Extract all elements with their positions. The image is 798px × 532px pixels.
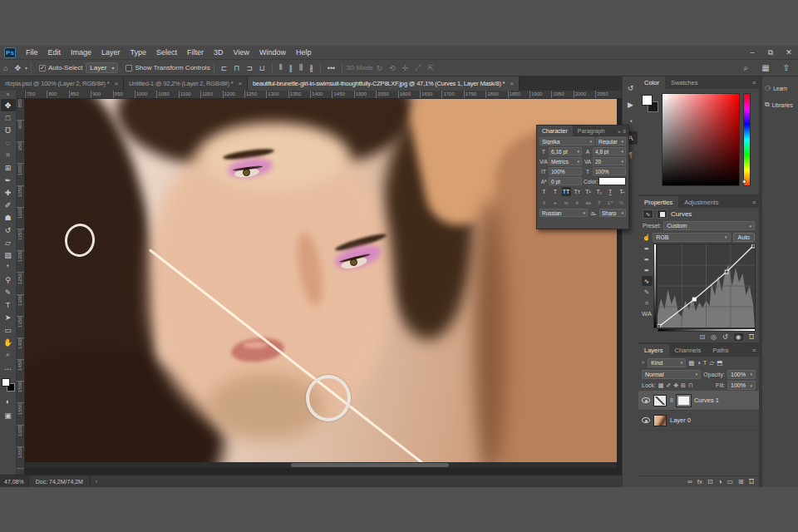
font-family-dropdown[interactable]: Signika xyxy=(539,137,594,145)
color-swatch-pair[interactable] xyxy=(2,378,15,392)
panel-menu-icon[interactable]: ≡ xyxy=(752,347,759,353)
fill-dropdown[interactable]: 100% xyxy=(727,381,756,390)
window-control-restore[interactable]: ⧉ xyxy=(761,46,780,60)
foreground-background-swatches[interactable] xyxy=(642,93,658,113)
layers-footer-new-layer[interactable]: ⊞ xyxy=(738,478,744,485)
layer-mask-thumbnail[interactable] xyxy=(677,395,691,406)
align-align-center-h[interactable]: ⊓ xyxy=(230,64,243,72)
tool-eyedropper-tool[interactable]: ✒ xyxy=(1,174,16,186)
targeted-adjustment-icon[interactable]: ☝ xyxy=(643,234,650,241)
show-transform-checkbox[interactable] xyxy=(126,65,132,71)
style-subscript[interactable]: T₁ xyxy=(594,187,603,196)
curve-white-point-eyedropper[interactable]: ✒ xyxy=(642,265,653,275)
tool-history-brush-tool[interactable]: ↺ xyxy=(1,224,16,236)
home-icon[interactable]: ⌂ xyxy=(0,64,11,72)
props-footer-reset[interactable]: ↺ xyxy=(722,333,728,341)
scrollbar-thumb[interactable] xyxy=(291,463,449,467)
curve-black-point-eyedropper[interactable]: ✒ xyxy=(642,244,653,254)
dock-actions[interactable]: ▶ xyxy=(624,98,638,111)
props-footer-delete-adjustment[interactable]: ⊔ xyxy=(749,334,754,340)
channel-dropdown[interactable]: RGB xyxy=(653,233,730,242)
curves-thumbnail[interactable] xyxy=(653,395,667,406)
layers-filter-pixel-layers[interactable]: ▦ xyxy=(688,359,694,367)
workspace-switcher-icon[interactable]: ▦ xyxy=(758,63,772,72)
panel-menu-icon[interactable]: ≡ xyxy=(623,129,626,134)
panel-tab[interactable]: Color xyxy=(638,76,665,89)
layers-footer-new-group[interactable]: ▭ xyxy=(727,478,733,485)
style-faux-italic[interactable]: T xyxy=(550,187,559,196)
ruler-origin[interactable] xyxy=(17,91,25,99)
tool-eraser-tool[interactable]: ▱ xyxy=(1,236,16,249)
panel-menu-icon[interactable]: ≡ xyxy=(752,200,759,205)
distribute-distribute-top[interactable]: ⫴ xyxy=(276,63,286,72)
layers-filter-shape-layers[interactable]: ▱ xyxy=(709,359,714,367)
menu-item[interactable]: Type xyxy=(126,46,152,60)
style-underline[interactable]: T̲ xyxy=(606,187,615,196)
menu-item[interactable]: 3D xyxy=(209,46,229,60)
share-icon[interactable]: ⇪ xyxy=(780,63,793,72)
panel-tab[interactable]: Character xyxy=(537,126,573,136)
close-tab-icon[interactable]: × xyxy=(115,80,118,87)
menu-item[interactable]: View xyxy=(229,46,254,60)
panel-tab[interactable]: Properties xyxy=(638,196,678,208)
style-strikethrough[interactable]: T̶ xyxy=(617,187,626,196)
document-canvas[interactable] xyxy=(25,99,617,468)
tracking-field[interactable]: 20 xyxy=(593,157,626,165)
search-icon[interactable]: ⌕ xyxy=(741,63,752,73)
horizontal-scrollbar[interactable] xyxy=(25,462,617,468)
filter-kind-dropdown[interactable]: Kind xyxy=(648,358,686,367)
tool-type-tool[interactable]: T xyxy=(1,298,16,311)
move-tool-preset-icon[interactable]: ✥ xyxy=(11,64,24,72)
lock-lock-transparent[interactable]: ▩ xyxy=(658,382,664,389)
tool-blur-tool[interactable]: ❜ xyxy=(1,261,16,273)
tool-healing-brush-tool[interactable]: ✚ xyxy=(1,186,16,199)
align-align-right[interactable]: ⊐ xyxy=(243,64,256,72)
opentype-contextual-alternates[interactable]: ə xyxy=(550,198,559,207)
screen-mode-icon[interactable]: ▣ xyxy=(1,409,16,421)
tool-dodge-tool[interactable]: ⚲ xyxy=(1,273,16,286)
layers-filter-type-layers[interactable]: T xyxy=(703,359,707,367)
baseline-shift-field[interactable]: 0 pt xyxy=(549,177,582,185)
quick-mask-icon[interactable]: ◐ xyxy=(1,395,16,407)
menu-item[interactable]: Edit xyxy=(43,46,66,60)
menu-item[interactable]: Help xyxy=(291,46,317,60)
curve-curve-point-tool[interactable]: ∿ xyxy=(642,276,653,286)
style-superscript[interactable]: T¹ xyxy=(584,187,593,196)
rail-libraries[interactable]: ⧉ Libraries xyxy=(762,99,796,111)
panel-tab[interactable]: Paragraph xyxy=(573,126,610,136)
auto-button[interactable]: Auto xyxy=(733,233,755,242)
layer-name[interactable]: Curves 1 xyxy=(694,397,719,404)
layers-filter-adjustment-layers[interactable]: ◑ xyxy=(697,359,701,367)
preset-dropdown[interactable]: Custom xyxy=(663,221,755,230)
curve-gray-point-eyedropper[interactable]: ✒ xyxy=(642,254,653,264)
language-dropdown[interactable]: Russian xyxy=(539,209,588,217)
opentype-standard-ligatures[interactable]: fi xyxy=(539,198,549,207)
curve-smooth-curve[interactable]: ≈ xyxy=(642,298,653,308)
layer-name[interactable]: Layer 0 xyxy=(670,416,691,424)
foreground-color-swatch[interactable] xyxy=(2,378,10,387)
hue-slider[interactable] xyxy=(743,93,751,186)
layer-row-curves-1[interactable]: 8Curves 1 xyxy=(638,391,759,411)
tool-object-selection-tool[interactable]: ◌ xyxy=(1,136,16,149)
auto-select-target-dropdown[interactable]: Layer xyxy=(86,62,118,73)
panel-tab[interactable]: Paths xyxy=(707,344,734,357)
color-picker-marker[interactable] xyxy=(664,96,668,100)
layers-filter-smart-objects[interactable]: ⬒ xyxy=(717,359,722,367)
zoom-level-field[interactable]: 47,08% xyxy=(0,475,29,487)
visibility-eye-icon[interactable] xyxy=(642,397,650,403)
opentype-ordinals[interactable]: 1ˢᵗ xyxy=(606,198,615,207)
menu-item[interactable]: Layer xyxy=(96,46,126,60)
close-tab-icon[interactable]: × xyxy=(510,80,513,87)
menu-item[interactable]: Window xyxy=(254,46,291,60)
tool-frame-tool[interactable]: ⊞ xyxy=(1,161,16,174)
close-tab-icon[interactable]: × xyxy=(238,80,241,87)
panel-tab[interactable]: Swatches xyxy=(665,76,704,89)
auto-select-checkbox[interactable] xyxy=(39,65,46,71)
tool-crop-tool[interactable]: ⌗ xyxy=(1,149,16,161)
menu-item[interactable]: Filter xyxy=(182,46,209,60)
vertical-scale-field[interactable]: 100% xyxy=(549,167,582,175)
curve-point[interactable] xyxy=(693,298,697,301)
menu-item[interactable]: Image xyxy=(66,46,96,60)
tool-move-tool[interactable]: ✥ xyxy=(1,99,16,111)
document-tab[interactable]: Untitled-1 @ 92,2% (Layer 2, RGB/8#) * × xyxy=(124,76,248,91)
